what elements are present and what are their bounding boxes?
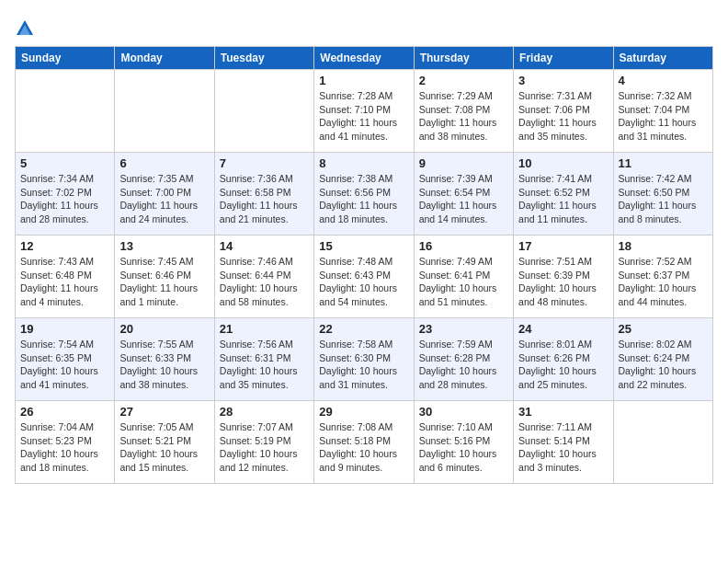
calendar-cell: 25Sunrise: 8:02 AM Sunset: 6:24 PM Dayli… (613, 318, 712, 401)
day-info: Sunrise: 7:39 AM Sunset: 6:54 PM Dayligh… (419, 172, 508, 226)
day-number: 24 (518, 322, 608, 336)
day-number: 2 (419, 74, 508, 87)
calendar-week-4: 19Sunrise: 7:54 AM Sunset: 6:35 PM Dayli… (16, 318, 713, 401)
day-header-tuesday: Tuesday (214, 47, 313, 70)
day-info: Sunrise: 7:59 AM Sunset: 6:28 PM Dayligh… (419, 338, 508, 392)
day-header-sunday: Sunday (16, 47, 115, 70)
calendar-cell: 1Sunrise: 7:28 AM Sunset: 7:10 PM Daylig… (314, 70, 414, 153)
day-number: 30 (419, 405, 508, 419)
calendar-week-5: 26Sunrise: 7:04 AM Sunset: 5:23 PM Dayli… (16, 401, 713, 484)
day-info: Sunrise: 7:35 AM Sunset: 7:00 PM Dayligh… (119, 172, 209, 226)
calendar-cell: 19Sunrise: 7:54 AM Sunset: 6:35 PM Dayli… (16, 318, 115, 401)
day-number: 9 (419, 156, 508, 170)
calendar-cell: 2Sunrise: 7:29 AM Sunset: 7:08 PM Daylig… (414, 70, 513, 153)
day-info: Sunrise: 7:10 AM Sunset: 5:16 PM Dayligh… (419, 420, 508, 475)
calendar-cell: 6Sunrise: 7:35 AM Sunset: 7:00 PM Daylig… (115, 153, 214, 236)
calendar-cell: 13Sunrise: 7:45 AM Sunset: 6:46 PM Dayli… (115, 236, 214, 318)
day-info: Sunrise: 7:49 AM Sunset: 6:41 PM Dayligh… (419, 255, 508, 309)
day-header-saturday: Saturday (613, 47, 712, 70)
day-info: Sunrise: 7:31 AM Sunset: 7:06 PM Dayligh… (518, 89, 608, 144)
day-number: 31 (518, 405, 608, 419)
calendar-cell: 26Sunrise: 7:04 AM Sunset: 5:23 PM Dayli… (16, 401, 115, 484)
day-number: 25 (619, 322, 708, 336)
calendar-cell: 5Sunrise: 7:34 AM Sunset: 7:02 PM Daylig… (16, 153, 115, 236)
day-info: Sunrise: 7:43 AM Sunset: 6:48 PM Dayligh… (20, 255, 109, 309)
day-number: 28 (220, 405, 309, 419)
day-number: 3 (518, 74, 608, 87)
day-info: Sunrise: 7:56 AM Sunset: 6:31 PM Dayligh… (220, 338, 309, 392)
calendar-week-2: 5Sunrise: 7:34 AM Sunset: 7:02 PM Daylig… (16, 153, 713, 236)
calendar-cell: 27Sunrise: 7:05 AM Sunset: 5:21 PM Dayli… (115, 401, 214, 484)
calendar-cell: 30Sunrise: 7:10 AM Sunset: 5:16 PM Dayli… (414, 401, 513, 484)
calendar-cell (115, 70, 214, 153)
calendar-cell: 22Sunrise: 7:58 AM Sunset: 6:30 PM Dayli… (314, 318, 414, 401)
day-number: 5 (20, 156, 109, 170)
day-number: 15 (319, 239, 408, 253)
day-info: Sunrise: 7:32 AM Sunset: 7:04 PM Dayligh… (619, 89, 708, 144)
day-number: 11 (619, 156, 708, 170)
calendar-cell: 21Sunrise: 7:56 AM Sunset: 6:31 PM Dayli… (214, 318, 313, 401)
calendar-cell: 8Sunrise: 7:38 AM Sunset: 6:56 PM Daylig… (314, 153, 414, 236)
day-info: Sunrise: 7:36 AM Sunset: 6:58 PM Dayligh… (220, 172, 309, 226)
day-info: Sunrise: 7:34 AM Sunset: 7:02 PM Dayligh… (20, 172, 109, 226)
calendar-cell: 18Sunrise: 7:52 AM Sunset: 6:37 PM Dayli… (613, 236, 712, 318)
calendar-table: SundayMondayTuesdayWednesdayThursdayFrid… (15, 46, 713, 484)
calendar-week-3: 12Sunrise: 7:43 AM Sunset: 6:48 PM Dayli… (16, 236, 713, 318)
day-info: Sunrise: 7:42 AM Sunset: 6:50 PM Dayligh… (619, 172, 708, 226)
calendar-cell: 4Sunrise: 7:32 AM Sunset: 7:04 PM Daylig… (613, 70, 712, 153)
calendar-cell: 14Sunrise: 7:46 AM Sunset: 6:44 PM Dayli… (214, 236, 313, 318)
day-info: Sunrise: 7:11 AM Sunset: 5:14 PM Dayligh… (518, 420, 608, 475)
calendar-week-1: 1Sunrise: 7:28 AM Sunset: 7:10 PM Daylig… (16, 70, 713, 153)
day-info: Sunrise: 7:52 AM Sunset: 6:37 PM Dayligh… (619, 255, 708, 309)
day-info: Sunrise: 8:02 AM Sunset: 6:24 PM Dayligh… (619, 338, 708, 392)
day-number: 8 (319, 156, 408, 170)
calendar-cell: 23Sunrise: 7:59 AM Sunset: 6:28 PM Dayli… (414, 318, 513, 401)
day-info: Sunrise: 7:38 AM Sunset: 6:56 PM Dayligh… (319, 172, 408, 226)
calendar-cell: 29Sunrise: 7:08 AM Sunset: 5:18 PM Dayli… (314, 401, 414, 484)
calendar-cell: 10Sunrise: 7:41 AM Sunset: 6:52 PM Dayli… (514, 153, 613, 236)
day-info: Sunrise: 7:29 AM Sunset: 7:08 PM Dayligh… (419, 89, 508, 144)
calendar-cell: 15Sunrise: 7:48 AM Sunset: 6:43 PM Dayli… (314, 236, 414, 318)
calendar-cell (613, 401, 712, 484)
day-info: Sunrise: 7:28 AM Sunset: 7:10 PM Dayligh… (319, 89, 408, 144)
day-number: 13 (119, 239, 209, 253)
day-header-monday: Monday (115, 47, 214, 70)
day-info: Sunrise: 7:51 AM Sunset: 6:39 PM Dayligh… (518, 255, 608, 309)
day-number: 16 (419, 239, 508, 253)
day-number: 19 (20, 322, 109, 336)
day-info: Sunrise: 7:05 AM Sunset: 5:21 PM Dayligh… (119, 420, 209, 475)
day-number: 7 (220, 156, 309, 170)
calendar-cell: 9Sunrise: 7:39 AM Sunset: 6:54 PM Daylig… (414, 153, 513, 236)
day-info: Sunrise: 7:41 AM Sunset: 6:52 PM Dayligh… (518, 172, 608, 226)
calendar-cell: 28Sunrise: 7:07 AM Sunset: 5:19 PM Dayli… (214, 401, 313, 484)
calendar-cell (214, 70, 313, 153)
day-number: 6 (119, 156, 209, 170)
calendar-cell: 11Sunrise: 7:42 AM Sunset: 6:50 PM Dayli… (613, 153, 712, 236)
day-number: 10 (518, 156, 608, 170)
day-number: 12 (20, 239, 109, 253)
day-info: Sunrise: 7:55 AM Sunset: 6:33 PM Dayligh… (119, 338, 209, 392)
day-info: Sunrise: 8:01 AM Sunset: 6:26 PM Dayligh… (518, 338, 608, 392)
day-info: Sunrise: 7:54 AM Sunset: 6:35 PM Dayligh… (20, 338, 109, 392)
day-number: 18 (619, 239, 708, 253)
day-number: 20 (119, 322, 209, 336)
day-number: 17 (518, 239, 608, 253)
day-info: Sunrise: 7:48 AM Sunset: 6:43 PM Dayligh… (319, 255, 408, 309)
day-header-thursday: Thursday (414, 47, 513, 70)
day-info: Sunrise: 7:46 AM Sunset: 6:44 PM Dayligh… (220, 255, 309, 309)
calendar-cell (16, 70, 115, 153)
day-number: 21 (220, 322, 309, 336)
calendar-cell: 3Sunrise: 7:31 AM Sunset: 7:06 PM Daylig… (514, 70, 613, 153)
day-header-friday: Friday (514, 47, 613, 70)
calendar-cell: 31Sunrise: 7:11 AM Sunset: 5:14 PM Dayli… (514, 401, 613, 484)
day-number: 22 (319, 322, 408, 336)
day-number: 26 (20, 405, 109, 419)
day-header-wednesday: Wednesday (314, 47, 414, 70)
calendar-cell: 16Sunrise: 7:49 AM Sunset: 6:41 PM Dayli… (414, 236, 513, 318)
day-info: Sunrise: 7:04 AM Sunset: 5:23 PM Dayligh… (20, 420, 109, 475)
day-number: 14 (220, 239, 309, 253)
day-info: Sunrise: 7:08 AM Sunset: 5:18 PM Dayligh… (319, 420, 408, 475)
calendar-cell: 24Sunrise: 8:01 AM Sunset: 6:26 PM Dayli… (514, 318, 613, 401)
day-info: Sunrise: 7:58 AM Sunset: 6:30 PM Dayligh… (319, 338, 408, 392)
page-header (15, 15, 713, 39)
